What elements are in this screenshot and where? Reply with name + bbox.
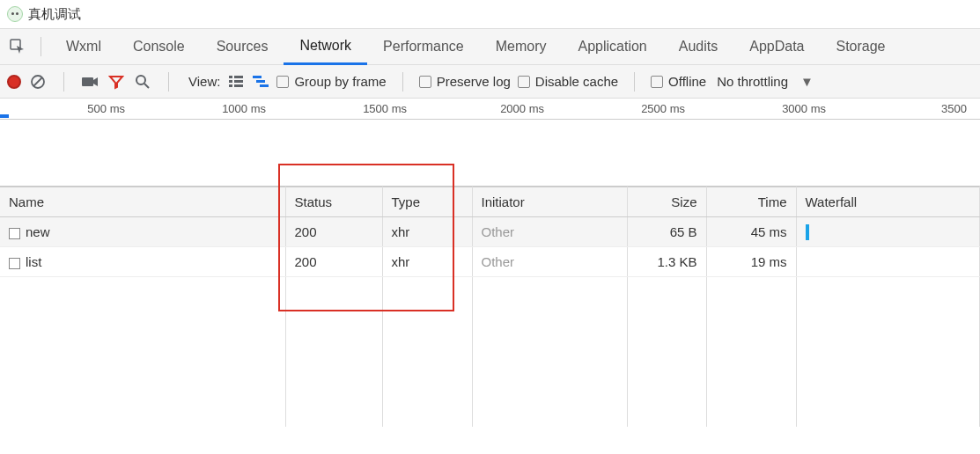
svg-rect-9 [234,80,243,83]
request-type: xhr [382,217,472,247]
network-toolbar: View: Group by frame Preserve log Disabl… [0,65,980,99]
timeline-tick: 2500 ms [641,102,685,115]
col-header-initiator[interactable]: Initiator [472,187,627,217]
window-titlebar: 真机调试 [0,0,980,28]
group-by-frame-checkbox[interactable]: Group by frame [276,74,386,89]
record-button[interactable] [7,75,21,89]
request-size: 1.3 KB [627,247,706,277]
timeline-activity-bar [0,114,9,118]
tab-application[interactable]: Application [562,28,662,65]
timeline-ruler[interactable]: 500 ms 1000 ms 1500 ms 2000 ms 2500 ms 3… [0,99,980,120]
request-type: xhr [382,247,472,277]
request-time: 19 ms [706,247,796,277]
timeline-tick: 1500 ms [363,102,407,115]
col-header-size[interactable]: Size [627,187,706,217]
divider [63,72,64,92]
timeline-tick: 500 ms [87,102,125,115]
svg-rect-14 [260,84,269,87]
timeline-tick: 3500 ms [941,102,967,120]
chevron-down-icon[interactable]: ▼ [800,74,814,89]
inspect-element-icon[interactable] [7,36,28,57]
svg-rect-13 [256,80,265,83]
col-header-status[interactable]: Status [285,187,382,217]
search-icon[interactable] [133,72,152,92]
col-header-time[interactable]: Time [706,187,796,217]
tab-console[interactable]: Console [117,28,201,65]
svg-rect-6 [229,76,232,78]
screenshot-icon[interactable] [80,72,99,92]
tab-network[interactable]: Network [284,28,367,65]
svg-point-4 [136,76,145,84]
divider [41,37,41,56]
filter-icon[interactable] [107,72,126,92]
table-row[interactable]: new 200 xhr Other 65 B 45 ms [0,217,980,247]
requests-table: Name Status Type Initiator Size Time Wat… [0,187,980,427]
timeline-overview[interactable] [0,120,980,187]
request-name: list [26,254,41,269]
clear-button[interactable] [28,72,48,92]
waterfall-bar [806,224,809,240]
tab-storage[interactable]: Storage [820,28,901,65]
tab-performance[interactable]: Performance [367,28,480,65]
checkbox-icon[interactable] [9,228,20,239]
window-title: 真机调试 [28,6,81,23]
request-status: 200 [285,217,382,247]
tab-sources[interactable]: Sources [201,28,284,65]
checkbox-icon [276,76,289,88]
request-time: 45 ms [706,217,796,247]
request-initiator: Other [472,217,627,247]
offline-checkbox[interactable]: Offline [651,74,706,89]
col-header-type[interactable]: Type [382,187,472,217]
request-name: new [26,224,50,239]
request-size: 65 B [627,217,706,247]
svg-rect-12 [253,76,262,78]
throttling-select[interactable]: No throttling [717,74,788,89]
tab-audits[interactable]: Audits [663,28,733,65]
svg-rect-11 [234,84,243,87]
request-initiator: Other [472,247,627,277]
timeline-tick: 1000 ms [222,102,266,115]
devtools-tabs: Wxml Console Sources Network Performance… [0,28,980,65]
tab-appdata[interactable]: AppData [733,28,820,65]
table-row[interactable]: list 200 xhr Other 1.3 KB 19 ms [0,247,980,277]
svg-rect-3 [82,77,93,86]
checkbox-icon [651,76,663,88]
timeline-tick: 2000 ms [500,102,544,115]
request-waterfall [796,217,980,247]
svg-rect-7 [234,76,243,78]
divider [168,72,169,92]
tab-memory[interactable]: Memory [480,28,563,65]
col-header-waterfall[interactable]: Waterfall [796,187,980,217]
divider [402,72,403,92]
checkbox-icon [419,76,431,88]
tab-wxml[interactable]: Wxml [50,28,117,65]
svg-rect-8 [229,80,232,83]
large-rows-icon[interactable] [227,73,245,91]
checkbox-icon[interactable] [9,258,20,269]
col-header-name[interactable]: Name [0,187,285,217]
requests-table-wrap: Name Status Type Initiator Size Time Wat… [0,187,980,427]
waterfall-view-icon[interactable] [252,73,269,91]
divider [634,72,635,92]
preserve-log-checkbox[interactable]: Preserve log [419,74,511,89]
disable-cache-checkbox[interactable]: Disable cache [518,74,618,89]
checkbox-icon [518,76,530,88]
svg-rect-10 [229,84,232,87]
empty-area [0,277,980,427]
request-waterfall [796,247,980,277]
timeline-tick: 3000 ms [782,102,826,115]
view-label: View: [188,74,220,89]
app-icon [7,6,23,22]
svg-line-2 [33,77,42,86]
request-status: 200 [285,247,382,277]
svg-line-5 [144,84,149,88]
